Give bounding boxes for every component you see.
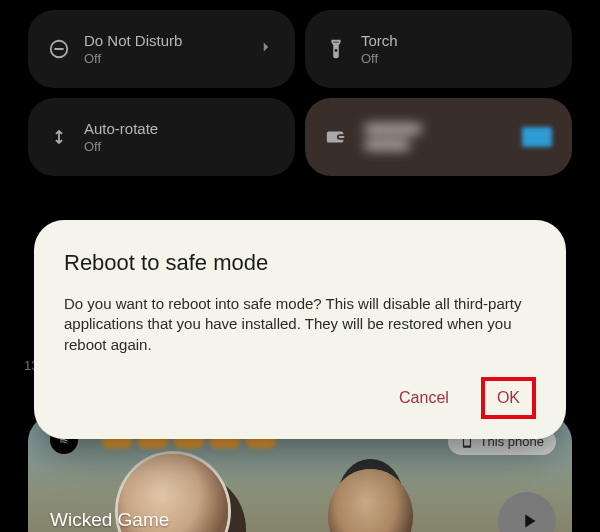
dialog-title: Reboot to safe mode xyxy=(64,250,536,276)
cancel-button[interactable]: Cancel xyxy=(395,379,453,417)
dialog-safe-mode: Reboot to safe mode Do you want to reboo… xyxy=(34,220,566,439)
dialog-actions: Cancel OK xyxy=(64,377,536,419)
ok-button[interactable]: OK xyxy=(481,377,536,419)
dialog-body: Do you want to reboot into safe mode? Th… xyxy=(64,294,536,355)
